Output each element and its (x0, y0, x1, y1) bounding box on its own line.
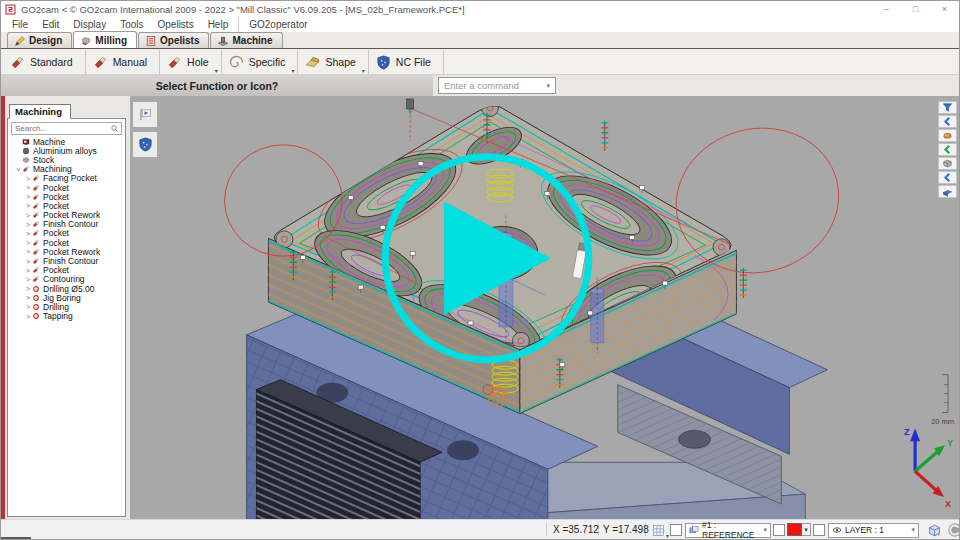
menu-opelists[interactable]: Opelists (151, 17, 201, 32)
command-dropdown[interactable]: Enter a command ▾ (438, 77, 556, 94)
expander-icon[interactable]: > (24, 294, 32, 301)
menu-bar: FileEditDisplayToolsOpelistsHelpGO2opera… (1, 17, 959, 32)
ribbon-button-label: Hole (187, 56, 209, 68)
nc-file-quick-button[interactable] (132, 131, 158, 158)
maximize-button[interactable]: □ (901, 1, 930, 17)
grid-snap-button[interactable]: ▾ (649, 522, 667, 538)
tree-item-1-aluminium-alloys[interactable]: Aluminium alloys (8, 146, 125, 155)
view-toolbar (938, 101, 957, 198)
drilling-op-icon (32, 285, 40, 293)
assistant-button[interactable] (947, 522, 960, 538)
command-placeholder: Enter a command (444, 80, 519, 91)
section-view-icon (942, 186, 953, 197)
tab-opelists[interactable]: Opelists (138, 32, 209, 48)
layer-eye-icon (832, 525, 842, 535)
close-button[interactable]: × (930, 1, 959, 17)
layer-checkbox[interactable] (813, 524, 825, 536)
search-icon (110, 124, 121, 133)
ribbon-button-label: Specific (249, 56, 286, 68)
chevron-down-icon: ▾ (362, 67, 365, 74)
machine-tab-icon (217, 35, 229, 47)
view-stock-view-button-4[interactable] (938, 157, 957, 170)
layer-value: LAYER : 1 (845, 525, 884, 535)
expander-icon[interactable]: > (24, 313, 32, 320)
expander-open-icon[interactable]: > (15, 165, 22, 173)
ribbon-nc-file-button[interactable]: NC File (369, 50, 444, 74)
ribbon-buttons: StandardManualHole▾Specific▾Shape▾NC Fil… (3, 50, 444, 74)
menu-file[interactable]: File (5, 17, 35, 32)
tab-machine[interactable]: Machine (210, 32, 282, 48)
color-picker[interactable]: ▾ (787, 523, 811, 536)
search-box[interactable] (11, 122, 122, 135)
expander-icon[interactable]: > (24, 175, 32, 182)
expander-icon[interactable]: > (24, 248, 32, 255)
reference-checkbox[interactable] (670, 524, 682, 536)
menu-display[interactable]: Display (66, 17, 113, 32)
expander-icon[interactable]: > (24, 221, 32, 228)
expander-icon[interactable]: > (24, 230, 32, 237)
tab-design[interactable]: Design (7, 32, 72, 48)
view-filter-button-0[interactable] (938, 101, 957, 114)
stock-icon (22, 156, 30, 164)
menu-tools[interactable]: Tools (113, 17, 150, 32)
grid-icon (652, 524, 665, 537)
expander-icon[interactable]: > (24, 303, 32, 310)
simulation-toolbar (132, 101, 158, 161)
machining-icon (22, 165, 30, 173)
ribbon-standard-button[interactable]: Standard (3, 50, 86, 74)
current-color-swatch (787, 523, 802, 536)
menu-help[interactable]: Help (201, 17, 236, 32)
view-cube-button[interactable] (925, 522, 943, 538)
drilling-op-icon (32, 312, 40, 320)
command-label: Select Function or Icon? (1, 75, 433, 96)
nc-shield-icon (376, 55, 391, 70)
milling-op-icon (32, 211, 40, 219)
machining-panel-tab[interactable]: Machining (9, 104, 71, 119)
tab-milling[interactable]: Milling (73, 31, 137, 48)
view-section-view-button-6[interactable] (938, 185, 957, 198)
expander-icon[interactable]: > (24, 276, 32, 283)
menu-edit[interactable]: Edit (35, 17, 66, 32)
tool-red-icon (93, 55, 108, 70)
search-input[interactable] (12, 124, 110, 133)
ribbon-hole-button[interactable]: Hole▾ (160, 50, 222, 74)
app-icon (5, 4, 16, 15)
reference-selector[interactable]: #1 : REFERENCE ▾ (685, 523, 771, 538)
drilling-op-icon (32, 303, 40, 311)
milling-op-icon (32, 248, 40, 256)
panel-accent-stripe (1, 96, 5, 519)
resize-grip[interactable] (1, 537, 31, 539)
milling-op-icon (32, 202, 40, 210)
drilling-op-icon (32, 294, 40, 302)
x-coordinate: X =35.712 (553, 524, 599, 535)
expander-icon[interactable]: > (24, 202, 32, 209)
depth-label: 30 (522, 316, 531, 325)
color-checkbox[interactable] (773, 524, 785, 536)
expander-icon[interactable]: > (24, 285, 32, 292)
ribbon-specific-button[interactable]: Specific▾ (222, 50, 299, 74)
window-controls: – □ × (872, 1, 959, 17)
chevron-green-icon (942, 144, 953, 155)
ribbon-manual-button[interactable]: Manual (86, 50, 160, 74)
window-title: GO2cam < © GO2cam International 2009 - 2… (21, 4, 465, 15)
simulation-button[interactable] (132, 101, 158, 128)
expander-icon[interactable]: > (24, 184, 32, 191)
ribbon-shape-button[interactable]: Shape▾ (298, 50, 368, 74)
expander-icon[interactable]: > (24, 267, 32, 274)
view-chevron-green-button-3[interactable] (938, 143, 957, 156)
expander-icon[interactable]: > (24, 212, 32, 219)
opelists-icon (145, 35, 157, 47)
layer-selector[interactable]: LAYER : 1 ▾ (828, 523, 919, 538)
expander-icon[interactable]: > (24, 193, 32, 200)
tree-item-19-tapping[interactable]: >Tapping (8, 312, 125, 321)
view-chevron-blue-button-1[interactable] (938, 115, 957, 128)
expander-icon[interactable]: > (24, 239, 32, 246)
minimize-button[interactable]: – (872, 1, 901, 17)
chevron-down-icon: ▾ (546, 82, 550, 90)
menu-go2operator[interactable]: GO2operator (238, 17, 314, 32)
view-chevron-blue-button-5[interactable] (938, 171, 957, 184)
view-solid-view-button-2[interactable] (938, 129, 957, 142)
expander-icon[interactable]: > (24, 258, 32, 265)
ribbon-button-label: Shape (325, 56, 355, 68)
milling-op-icon (32, 239, 40, 247)
